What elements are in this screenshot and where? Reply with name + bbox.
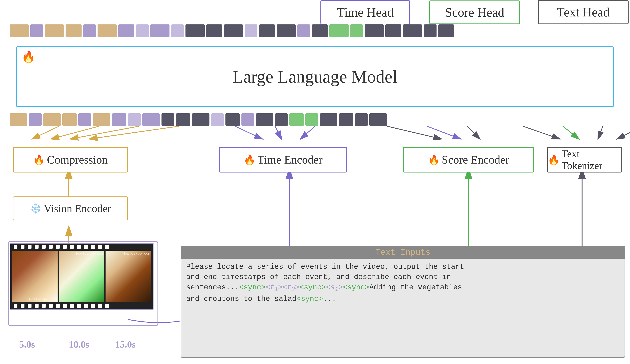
token-dark-3 (224, 24, 243, 37)
btok-dark-9 (355, 113, 368, 126)
token-purple-5 (298, 24, 310, 37)
svg-line-18 (523, 126, 560, 139)
time-head-box: Time Head (320, 0, 410, 24)
btok-purple-1 (29, 113, 42, 126)
text-head-label: Text Head (557, 5, 610, 19)
text-inputs-content: Please locate a series of events in the … (181, 259, 624, 307)
token-green-1 (330, 24, 348, 37)
text-head-box: Text Head (538, 0, 628, 24)
score-encoder-fire-icon: 🔥 (428, 154, 440, 166)
time-label-3: 15.0s (115, 339, 136, 350)
btok-tan-3 (62, 113, 77, 126)
vision-encoder-box: ❄️ Vision Encoder (13, 196, 128, 220)
compression-fire-icon: 🔥 (33, 154, 45, 166)
token-dark-6 (312, 24, 328, 37)
svg-line-9 (51, 126, 99, 139)
time-encoder-fire-icon: 🔥 (244, 154, 256, 166)
btok-dark-3 (192, 113, 210, 126)
token-dark-1 (186, 24, 205, 37)
score-head-label: Score Head (445, 5, 504, 20)
score-encoder-label: Score Encoder (442, 153, 509, 167)
token-tan-1 (10, 24, 29, 37)
svg-line-17 (467, 126, 480, 139)
token-lp-2 (171, 24, 184, 37)
text-inputs-header: Text Inputs (181, 247, 624, 259)
svg-line-21 (617, 126, 630, 139)
token-dark-5 (276, 24, 296, 37)
text-tokenizer-box: 🔥 Text Tokenizer (547, 147, 622, 173)
btok-dark-6 (275, 113, 288, 126)
btok-dark-10 (369, 113, 387, 126)
compression-box: 🔥 Compression (13, 147, 128, 173)
svg-line-11 (90, 126, 179, 139)
btok-dark-7 (320, 113, 338, 126)
btok-tan-4 (93, 113, 110, 126)
llm-box: 🔥 Large Language Model (16, 46, 614, 107)
btok-lp-2 (211, 113, 224, 126)
token-tan-2 (45, 24, 64, 37)
score-head-box: Score Head (429, 0, 520, 24)
btok-dark-1 (162, 113, 174, 126)
token-dark-8 (385, 24, 401, 37)
svg-line-20 (598, 126, 603, 139)
vision-encoder-label: Vision Encoder (44, 202, 111, 215)
time-head-label: Time Head (337, 5, 394, 20)
video-filmstrip: HowToExpo.com HowToExpo.com HowToExpo.co… (10, 243, 154, 310)
btok-purple-3 (112, 113, 126, 126)
btok-tan-2 (43, 113, 61, 126)
svg-line-15 (387, 126, 441, 139)
text-tokenizer-fire-icon: 🔥 (548, 154, 560, 166)
token-lp-1 (136, 24, 149, 37)
token-dark-10 (424, 24, 436, 37)
token-dark-9 (403, 24, 422, 37)
time-encoder-label: Time Encoder (258, 153, 322, 167)
token-dark-11 (438, 24, 454, 37)
compression-label: Compression (47, 153, 108, 167)
token-dark-2 (206, 24, 222, 37)
svg-line-13 (275, 126, 282, 139)
btok-tan-1 (10, 113, 27, 126)
svg-line-12 (235, 126, 262, 139)
btok-dark-5 (256, 113, 274, 126)
text-inputs-box: Text Inputs Please locate a series of ev… (181, 246, 625, 358)
svg-line-10 (70, 126, 139, 139)
svg-line-14 (300, 126, 315, 139)
llm-label: Large Language Model (233, 67, 397, 87)
token-lp-3 (245, 24, 258, 37)
btok-dark-4 (226, 113, 240, 126)
btok-green-2 (306, 113, 318, 126)
btok-purple-5 (242, 113, 254, 126)
token-purple-3 (118, 24, 134, 37)
svg-line-19 (563, 126, 579, 139)
btok-dark-2 (176, 113, 190, 126)
time-label-1: 5.0s (19, 339, 35, 350)
llm-fire-icon: 🔥 (22, 50, 35, 63)
token-green-2 (350, 24, 363, 37)
svg-line-16 (427, 126, 460, 139)
token-tan-4 (98, 24, 117, 37)
btok-purple-4 (142, 113, 160, 126)
token-purple-1 (30, 24, 43, 37)
btok-lp-1 (128, 113, 141, 126)
token-dark-4 (259, 24, 275, 37)
token-purple-4 (150, 24, 170, 37)
time-label-2: 10.0s (69, 339, 89, 350)
time-encoder-box: 🔥 Time Encoder (219, 147, 347, 173)
token-purple-2 (83, 24, 96, 37)
btok-green-1 (290, 113, 304, 126)
btok-purple-2 (78, 113, 91, 126)
token-dark-7 (364, 24, 384, 37)
snowflake-icon: ❄️ (30, 203, 42, 214)
token-tan-3 (66, 24, 82, 37)
text-tokenizer-label: Text Tokenizer (562, 148, 621, 172)
score-encoder-box: 🔥 Score Encoder (403, 147, 534, 173)
svg-line-8 (32, 126, 59, 139)
btok-dark-8 (339, 113, 354, 126)
